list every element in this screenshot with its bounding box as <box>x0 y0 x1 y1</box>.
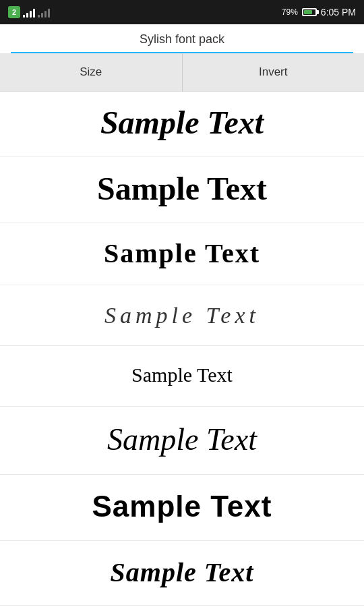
status-bar: 2 79% 6:05 PM <box>0 0 364 24</box>
app-title: Sylish font pack <box>11 32 353 47</box>
size-button[interactable]: Size <box>0 53 183 91</box>
font-sample-5[interactable]: Sample Text <box>0 346 364 407</box>
font-sample-5-text: Sample Text <box>61 356 303 396</box>
svg-text:Sample Text: Sample Text <box>97 171 267 206</box>
svg-text:Sample Text: Sample Text <box>111 557 255 587</box>
svg-text:Sample Text: Sample Text <box>92 490 272 523</box>
font-sample-2-text: Sample Text <box>40 163 324 216</box>
signal-icon <box>23 7 35 18</box>
signal2-icon <box>38 7 50 18</box>
font-sample-6-text: Sample Text <box>40 413 324 467</box>
battery-percent: 79% <box>282 7 298 17</box>
svg-text:Sample Text: Sample Text <box>104 238 260 268</box>
font-sample-8-text: Sample Text <box>40 548 324 598</box>
sim-badge: 2 <box>8 6 20 18</box>
svg-text:Sample Text: Sample Text <box>131 364 233 386</box>
font-sample-8[interactable]: Sample Text <box>0 541 364 606</box>
font-sample-1[interactable]: Sample Text <box>0 92 364 156</box>
font-list: Sample Text Sample Text Sample Text Samp… <box>0 92 364 606</box>
svg-text:Sample Text: Sample Text <box>100 105 265 140</box>
status-time: 6:05 PM <box>321 7 356 18</box>
app-header: Sylish font pack <box>0 24 364 53</box>
font-sample-7[interactable]: Sample Text <box>0 475 364 541</box>
svg-text:Sample   Text: Sample Text <box>104 303 260 328</box>
font-sample-4-text: Sample Text <box>34 293 330 337</box>
svg-text:Sample Text: Sample Text <box>107 422 257 457</box>
font-sample-3-text: Sample Text <box>47 230 317 278</box>
status-bar-left: 2 <box>8 6 50 18</box>
font-sample-6[interactable]: Sample Text <box>0 407 364 475</box>
font-sample-4[interactable]: Sample Text <box>0 285 364 346</box>
battery-icon <box>302 8 317 16</box>
font-sample-2[interactable]: Sample Text <box>0 156 364 223</box>
invert-button[interactable]: Invert <box>183 53 365 91</box>
font-sample-7-text: Sample Text <box>40 482 324 533</box>
font-sample-3[interactable]: Sample Text <box>0 223 364 285</box>
control-buttons-row: Size Invert <box>0 53 364 92</box>
font-sample-1-text: Sample Text <box>47 98 317 149</box>
